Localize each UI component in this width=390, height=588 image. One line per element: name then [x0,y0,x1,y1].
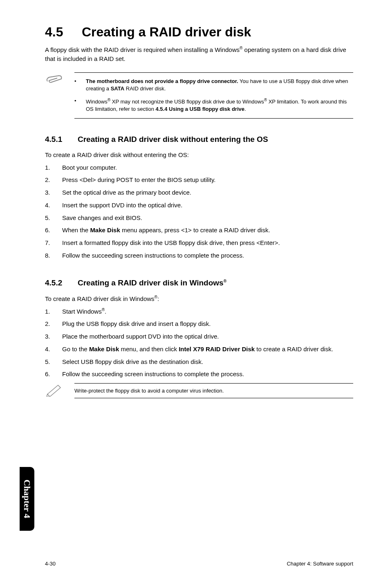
lead-b: : [157,295,159,302]
chapter-tab-label: Chapter 4 [22,480,32,518]
list-item: 1.Start Windows®. [45,307,353,316]
page-title: 4.5Creating a RAID driver disk [45,25,353,40]
i6b: Make Disk [90,227,120,233]
registered-mark: ® [224,278,226,283]
list-number: 2. [45,175,62,184]
note-2-text: Windows® XP may not recognize the USB fl… [86,97,353,113]
registered-mark: ® [155,295,157,299]
note-1-text: The motherboard does not provide a flopp… [86,78,353,92]
list-text: Select USB floppy disk drive as the dest… [62,357,353,366]
list-text: Insert the support DVD into the optical … [62,201,353,210]
list-number: 1. [45,307,62,316]
i1b: . [105,308,106,315]
i1a: Start Windows [62,308,102,315]
h2-text: Creating a RAID driver disk without ente… [78,135,268,144]
i4e: to create a RAID driver disk. [255,346,333,352]
lead-a: To create a RAID driver disk in Windows [45,295,155,302]
note-1-text-d: RAID driver disk. [124,85,166,92]
tip-text: Write-protect the floppy disk to avoid a… [74,383,353,398]
footer-chapter: Chapter 4: Software support [287,561,353,567]
bullet-dot: • [74,78,86,92]
n2-b: XP may not recognize the USB floppy disk… [110,99,264,105]
list-item: 2.Plug the USB floppy disk drive and ins… [45,319,353,328]
list-item: 4.Go to the Make Disk menu, and then cli… [45,345,353,354]
list-item: 6.When the Make Disk menu appears, press… [45,226,353,235]
list-number: 5. [45,213,62,222]
note-body: • The motherboard does not provide a flo… [74,72,353,119]
list-text: Boot your computer. [62,163,353,172]
note-block: • The motherboard does not provide a flo… [45,72,353,119]
intro-text-1: A floppy disk with the RAID driver is re… [45,46,240,53]
list-text: When the Make Disk menu appears, press <… [62,226,353,235]
list-item: 8.Follow the succeeding screen instructi… [45,251,353,260]
list-number: 2. [45,319,62,328]
list-number: 3. [45,188,62,197]
list-item: 6.Follow the succeeding screen instructi… [45,370,353,379]
list-number: 4. [45,345,62,354]
i4d: Intel X79 RAID Driver Disk [179,346,255,352]
list-number: 6. [45,370,62,379]
note-bullet-1: • The motherboard does not provide a flo… [74,78,353,92]
list-number: 8. [45,251,62,260]
list-text: Follow the succeeding screen instruction… [62,370,353,379]
registered-mark: ® [102,307,105,312]
list-text: Place the motherboard support DVD into t… [62,332,353,341]
n2-e: . [244,106,246,112]
list-item: 2.Press <Del> during POST to enter the B… [45,175,353,184]
note-bullet-2: • Windows® XP may not recognize the USB … [74,97,353,113]
page-number: 4-30 [45,561,56,567]
list-text: Press <Del> during POST to enter the BIO… [62,175,353,184]
section-451-heading: 4.5.1Creating a RAID driver disk without… [45,135,353,144]
paperclip-icon [45,74,63,88]
list-item: 7.Insert a formatted floppy disk into th… [45,238,353,247]
list-item: 3.Place the motherboard support DVD into… [45,332,353,341]
note-1-sata: SATA [111,85,124,92]
n2-a: Windows [86,99,108,105]
list-text: Go to the Make Disk menu, and then click… [62,345,353,354]
list-item: 5.Select USB floppy disk drive as the de… [45,357,353,366]
i6c: menu appears, press <1> to create a RAID… [120,227,270,233]
h1-number: 4.5 [45,25,82,40]
i4b: Make Disk [89,346,119,352]
section-451-lead: To create a RAID driver disk without ent… [45,151,353,158]
list-number: 6. [45,226,62,235]
list-text: Start Windows®. [62,307,353,316]
h1-text: Creating a RAID driver disk [82,25,251,39]
section-452-lead: To create a RAID driver disk in Windows®… [45,295,353,302]
h2-number: 4.5.1 [45,135,78,144]
list-text: Set the optical drive as the primary boo… [62,188,353,197]
intro-paragraph: A floppy disk with the RAID driver is re… [45,45,353,63]
list-number: 7. [45,238,62,247]
list-text: Plug the USB floppy disk drive and inser… [62,319,353,328]
page-footer: 4-30 Chapter 4: Software support [45,561,353,567]
bullet-dot: • [74,97,86,113]
note-1-bold: The motherboard does not provide a flopp… [86,78,238,84]
list-number: 1. [45,163,62,172]
list-number: 4. [45,201,62,210]
registered-mark: ® [264,98,267,102]
tip-block: Write-protect the floppy disk to avoid a… [45,383,353,398]
n2-d: 4.5.4 Using a USB floppy disk drive [156,106,244,112]
h2-text-main: Creating a RAID driver disk in Windows [78,278,224,287]
chapter-tab: Chapter 4 [20,467,34,531]
section-452-heading: 4.5.2Creating a RAID driver disk in Wind… [45,278,353,287]
list-text: Insert a formatted floppy disk into the … [62,238,353,247]
list-item: 3.Set the optical drive as the primary b… [45,188,353,197]
list-item: 4.Insert the support DVD into the optica… [45,201,353,210]
list-text: Follow the succeeding screen instruction… [62,251,353,260]
list-item: 1.Boot your computer. [45,163,353,172]
list-text: Save changes and exit BIOS. [62,213,353,222]
i4a: Go to the [62,346,89,352]
i4c: menu, and then click [119,346,179,352]
list-number: 5. [45,357,62,366]
h2-number: 4.5.2 [45,278,78,287]
h2-text: Creating a RAID driver disk in Windows® [78,278,226,287]
pencil-icon [45,383,63,398]
list-item: 5.Save changes and exit BIOS. [45,213,353,222]
i6a: When the [62,227,90,233]
list-number: 3. [45,332,62,341]
